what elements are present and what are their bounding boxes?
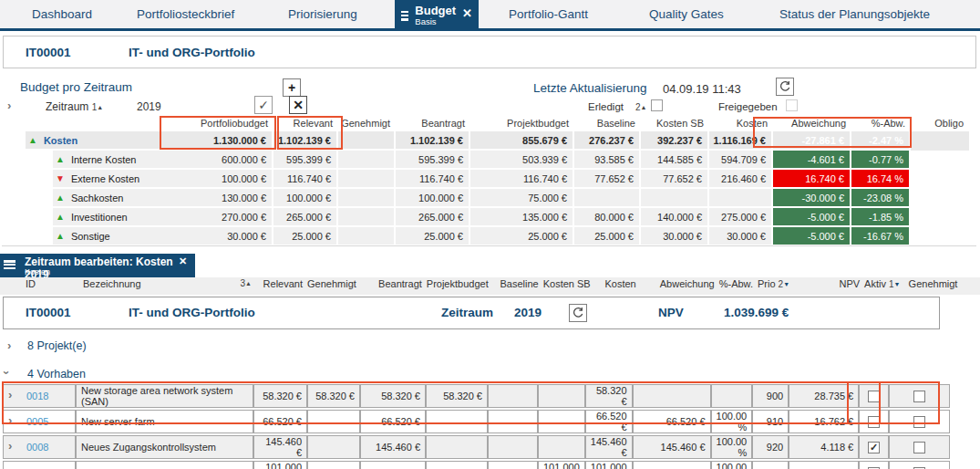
budget-value-cell: 30.000 € [709,227,773,246]
budget-value-cell [338,170,396,189]
col-header-projektbudget[interactable]: Projektbudget [427,278,493,289]
col-header-aktiv[interactable]: Aktiv 1▼ [864,278,904,289]
tab-priorisierung[interactable]: Priorisierung [288,7,357,21]
vorhaben-name[interactable]: New storage area network system (SAN) [76,384,253,408]
refresh-button[interactable] [776,78,794,96]
col-header-relevant[interactable]: Relevant [253,278,307,289]
col-header-prio[interactable]: Prio 2▼ [758,278,794,289]
genehmigt-checkbox[interactable] [913,416,925,428]
cost-category-label[interactable]: Sachkosten [71,193,123,203]
group-projekte-chevron[interactable]: › [7,339,11,352]
confirm-button[interactable]: ✓ [254,96,273,114]
zeitraum-row-label[interactable]: Zeitraum [46,100,88,113]
col-header-bezeichnung[interactable]: Bezeichnung 3▲ [76,278,253,289]
row-expand-chevron[interactable]: › [8,464,12,469]
budget-value-cell: 1.130.000 € [173,131,273,151]
group-vorhaben-label[interactable]: 4 Vorhaben [27,368,86,380]
sort-down-triangle-icon: ▼ [783,281,789,287]
col-header-abw-prozent[interactable]: %-Abw. [719,278,758,289]
col-header-abweichung[interactable]: Abweichung [641,278,719,289]
col-header-kosten[interactable]: Kosten [595,278,641,289]
row-expand-chevron[interactable]: › [8,439,12,453]
vorhaben-value-cell [426,435,488,459]
tab-dashboard[interactable]: Dashboard [32,7,92,21]
vorhaben-id-link[interactable]: 0018 [26,391,48,401]
budget-row: ▼Externe Kosten100.000 €116.740 €116.740… [2,170,969,189]
cost-category-label[interactable]: Kosten [44,135,77,146]
row-expand-chevron[interactable]: › [8,413,12,427]
tab-budget-active[interactable]: Budget Basis ✕ [395,0,479,31]
budget-value-cell: -4.601 € [773,151,851,170]
genehmigt-checkbox[interactable] [913,442,925,453]
column-header[interactable]: Portfoliobudget [173,116,273,131]
vorhaben-name[interactable]: Neues Zugangskontrollsystem [76,435,253,459]
close-icon[interactable]: ✕ [462,6,472,20]
col-header-npv[interactable]: NPV [794,278,864,289]
group-projekte-label[interactable]: 8 Projekt(e) [27,339,87,352]
budget-value-cell: 1.102.139 € [396,131,470,151]
sort-down-triangle-icon: ▼ [894,281,901,287]
col-header-baseline[interactable]: Baseline [493,278,543,289]
cost-category-label[interactable]: Interne Kosten [71,154,137,165]
column-header[interactable]: Kosten SB [641,116,709,131]
tab-portfolio-gantt[interactable]: Portfolio-Gantt [509,7,588,21]
column-header[interactable]: %-Abw. [851,116,911,131]
hamburger-icon[interactable] [401,11,408,21]
column-header[interactable]: Abweichung [773,116,851,131]
vorhaben-value-cell [307,410,360,433]
col-header-kosten-sb[interactable]: Kosten SB [543,278,595,289]
vorhaben-table: ›0018New storage area network system (SA… [3,382,950,469]
tab-quality-gates[interactable]: Quality Gates [649,7,724,21]
budget-value-cell: -5.000 € [773,227,851,246]
vorhaben-value-cell [307,435,360,459]
delete-button[interactable]: ✕ [289,96,307,114]
erledigt-checkbox[interactable] [651,99,663,111]
freigegeben-checkbox[interactable] [786,99,798,111]
hamburger-icon[interactable] [4,260,15,269]
vorhaben-row: ›000000PM-Software einführen101.000 €101… [3,461,950,469]
vorhaben-name[interactable]: New server farm [76,410,253,433]
column-header[interactable]: Beantragt [396,116,470,131]
sort-up-triangle-icon: ▲ [641,104,647,110]
detail-panel-tab[interactable]: Zeitraum bearbeiten: Kosten 2019 ✕ Koste… [0,254,195,277]
vorhaben-value-cell: 58.320 € [360,384,426,408]
vorhaben-value-cell [307,461,360,469]
trend-up-icon: ▲ [56,193,65,203]
column-header[interactable]: Genehmigt [338,116,396,131]
vorhaben-value-cell: 145.460 € [360,435,426,459]
tab-status-planungsobjekte[interactable]: Status der Planungsobjekte [779,7,930,21]
close-icon[interactable]: ✕ [179,255,187,267]
cost-category-label[interactable]: Investitionen [71,212,128,223]
col-header-beantragt[interactable]: Beantragt [361,278,427,289]
add-zeitraum-button[interactable]: + [283,78,301,97]
panel-divider [2,245,976,246]
aktiv-checkbox[interactable]: ✓ [868,442,880,453]
cost-category-label[interactable]: Externe Kosten [71,173,139,184]
group-vorhaben-chevron[interactable]: › [0,370,14,374]
cost-category-label[interactable]: Sonstige [71,231,110,242]
vorhaben-value-cell [711,384,753,408]
vorhaben-id-link[interactable]: 0008 [26,442,48,453]
genehmigt-checkbox[interactable] [913,391,925,402]
vorhaben-id-link[interactable]: 0005 [26,416,48,427]
column-header[interactable]: Kosten [709,116,773,131]
column-header[interactable]: Baseline [574,116,641,131]
aktiv-checkbox[interactable] [868,391,880,402]
budget-value-cell [911,131,969,151]
vorhaben-name[interactable]: PM-Software einführen [76,461,253,469]
row-expand-chevron[interactable]: › [8,388,12,401]
summary-refresh-button[interactable] [569,304,587,322]
aktiv-checkbox[interactable] [868,416,880,428]
budget-value-cell: -27.861 € [773,131,851,151]
row-label-column-header [2,116,173,131]
col-header-id[interactable]: ID [3,278,76,289]
column-header[interactable]: Obligo [911,116,969,131]
col-header-genehmigt-check[interactable]: Genehmigt [905,278,966,289]
prio-value: 900 [752,384,789,408]
tab-portfoliosteckbrief[interactable]: Portfoliosteckbrief [137,7,234,21]
col-header-genehmigt[interactable]: Genehmigt [307,278,361,289]
column-header[interactable]: Projektbudget [470,116,574,131]
trend-down-icon: ▼ [56,173,65,183]
zeitraum-expand-chevron[interactable]: › [7,99,11,112]
column-header[interactable]: Relevant [273,116,338,131]
